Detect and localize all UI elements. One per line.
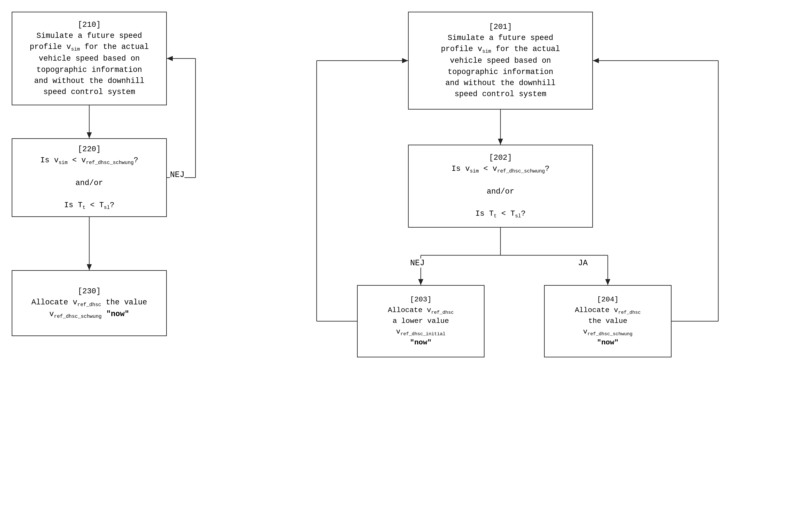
nej-label-right: NEJ: [410, 259, 425, 268]
box-202-text: [202] Is vsim < vref_dhsc_schwung? and/o…: [452, 152, 549, 220]
svg-marker-17: [605, 279, 610, 285]
svg-marker-4: [87, 264, 92, 270]
box-201: [201] Simulate a future speed profile vs…: [408, 12, 593, 110]
box-220: [220] Is vsim < vref_dhsc_schwung? and/o…: [12, 138, 167, 217]
box-230-text: [230] Allocate vref_dhsc the value vref_…: [31, 286, 147, 320]
box-201-text: [201] Simulate a future speed profile vs…: [441, 22, 560, 100]
box-230: [230] Allocate vref_dhsc the value vref_…: [12, 270, 167, 336]
box-220-text: [220] Is vsim < vref_dhsc_schwung? and/o…: [40, 144, 138, 212]
nej-label-left: NEJ: [170, 170, 184, 179]
box-204: [204] Allocate vref_dhsc the value vref_…: [544, 285, 671, 357]
svg-marker-1: [87, 132, 92, 138]
diagram-container: [210] Simulate a future speed profile vs…: [0, 0, 812, 515]
box-204-text: [204] Allocate vref_dhsc the value vref_…: [575, 294, 641, 348]
svg-marker-21: [593, 58, 599, 63]
ja-label-right: JA: [578, 259, 588, 268]
svg-marker-8: [167, 56, 173, 61]
box-202: [202] Is vsim < vref_dhsc_schwung? and/o…: [408, 145, 593, 227]
svg-marker-25: [402, 58, 408, 63]
box-203: [203] Allocate vref_dhsc a lower value v…: [357, 285, 485, 357]
box-210: [210] Simulate a future speed profile vs…: [12, 12, 167, 105]
svg-marker-10: [498, 139, 503, 145]
svg-marker-14: [418, 279, 423, 285]
box-203-text: [203] Allocate vref_dhsc a lower value v…: [388, 294, 454, 348]
box-210-text: [210] Simulate a future speed profile vs…: [30, 19, 149, 98]
